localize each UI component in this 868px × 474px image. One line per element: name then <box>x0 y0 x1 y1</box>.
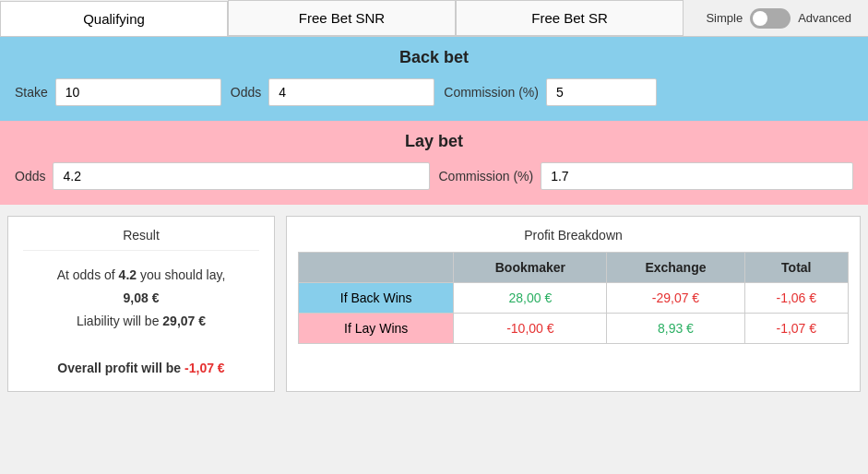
profit-breakdown-title: Profit Breakdown <box>298 228 849 243</box>
row-lay-bookmaker: -10,00 € <box>454 314 607 344</box>
lay-commission-label: Commission (%) <box>439 169 534 184</box>
result-box: Result At odds of 4.2 you should lay, 9,… <box>7 216 275 392</box>
back-commission-input[interactable] <box>546 78 657 106</box>
col-header-total: Total <box>744 253 848 283</box>
profit-breakdown-box: Profit Breakdown Bookmaker Exchange Tota… <box>286 216 861 392</box>
lay-odds-group: Odds <box>15 162 430 190</box>
tab-free-bet-snr[interactable]: Free Bet SNR <box>228 0 456 36</box>
lay-commission-group: Commission (%) <box>439 162 854 190</box>
result-odds: 4.2 <box>119 267 137 282</box>
result-overall-value: -1,07 € <box>184 361 225 375</box>
row-back-wins: If Back Wins 28,00 € -29,07 € -1,06 € <box>299 283 849 314</box>
back-bet-title: Back bet <box>15 48 853 67</box>
back-stake-group: Stake <box>15 78 221 106</box>
row-lay-wins: If Lay Wins -10,00 € 8,93 € -1,07 € <box>299 314 849 344</box>
lay-bet-section: Lay bet Odds Commission (%) <box>0 121 868 205</box>
back-odds-input[interactable] <box>268 78 434 106</box>
advanced-label: Advanced <box>798 11 851 25</box>
result-lay-amount: 9,08 € <box>124 290 160 305</box>
col-header-exchange: Exchange <box>607 253 744 283</box>
result-liability: 29,07 € <box>162 314 206 328</box>
simple-label: Simple <box>706 11 743 25</box>
back-commission-label: Commission (%) <box>444 85 539 100</box>
result-box-title: Result <box>23 228 259 251</box>
row-back-total: -1,06 € <box>744 283 848 314</box>
back-stake-label: Stake <box>15 85 48 100</box>
col-header-bookmaker: Bookmaker <box>454 253 607 283</box>
back-commission-group: Commission (%) <box>444 78 853 106</box>
tab-qualifying[interactable]: Qualifying <box>0 1 228 36</box>
col-header-empty <box>299 253 454 283</box>
profit-breakdown-table: Bookmaker Exchange Total If Back Wins 28… <box>298 252 849 344</box>
row-lay-exchange: 8,93 € <box>607 314 744 344</box>
tab-bar: Qualifying Free Bet SNR Free Bet SR Simp… <box>0 0 868 37</box>
result-overall-line: Overall profit will be -1,07 € <box>57 361 224 375</box>
lay-odds-input[interactable] <box>53 162 429 190</box>
back-bet-fields: Stake Odds Commission (%) <box>15 78 853 106</box>
row-lay-total: -1,07 € <box>744 314 848 344</box>
row-lay-label: If Lay Wins <box>299 314 454 344</box>
back-odds-group: Odds <box>231 78 434 106</box>
mode-toggle[interactable] <box>750 8 791 29</box>
lay-odds-label: Odds <box>15 169 45 184</box>
tab-free-bet-sr[interactable]: Free Bet SR <box>456 0 684 36</box>
back-odds-label: Odds <box>231 85 261 100</box>
lay-bet-title: Lay bet <box>15 132 853 151</box>
row-back-bookmaker: 28,00 € <box>454 283 607 314</box>
lay-bet-fields: Odds Commission (%) <box>15 162 853 190</box>
row-back-exchange: -29,07 € <box>607 283 744 314</box>
result-line1: At odds of 4.2 you should lay, <box>57 267 226 282</box>
bottom-section: Result At odds of 4.2 you should lay, 9,… <box>0 205 868 403</box>
back-stake-input[interactable] <box>55 78 221 106</box>
result-liability-line: Liability will be 29,07 € <box>77 314 206 328</box>
back-bet-section: Back bet Stake Odds Commission (%) <box>0 37 868 121</box>
result-text: At odds of 4.2 you should lay, 9,08 € Li… <box>23 264 259 380</box>
row-back-label: If Back Wins <box>299 283 454 314</box>
mode-toggle-container: Simple Advanced <box>684 8 868 29</box>
lay-commission-input[interactable] <box>541 162 853 190</box>
